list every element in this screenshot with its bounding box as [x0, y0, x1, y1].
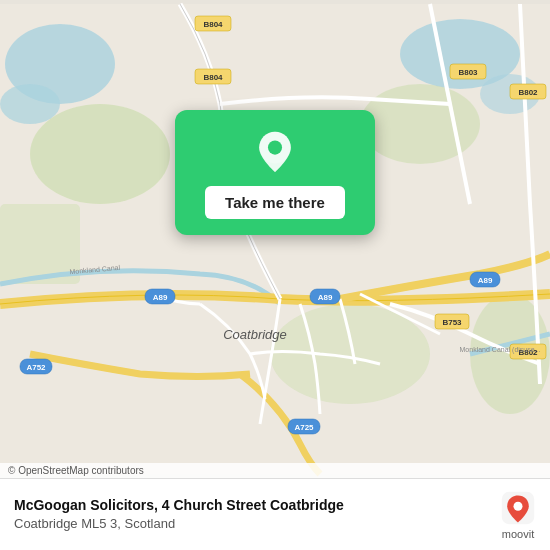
app: B804 B804 B803 B802 A89 A89 A89 B753 — [0, 0, 550, 550]
svg-text:B803: B803 — [458, 68, 478, 77]
svg-text:A752: A752 — [26, 363, 46, 372]
svg-text:B753: B753 — [442, 318, 462, 327]
svg-point-8 — [270, 304, 430, 404]
svg-text:A725: A725 — [294, 423, 314, 432]
svg-point-36 — [268, 141, 282, 155]
svg-text:Monkland Canal (disuse...: Monkland Canal (disuse... — [460, 346, 541, 354]
footer: McGoogan Solicitors, 4 Church Street Coa… — [0, 478, 550, 550]
svg-point-2 — [0, 84, 60, 124]
svg-text:B804: B804 — [203, 20, 223, 29]
location-card: Take me there — [175, 110, 375, 235]
svg-text:B804: B804 — [203, 73, 223, 82]
svg-text:Coatbridge: Coatbridge — [223, 327, 287, 342]
svg-point-6 — [360, 84, 480, 164]
svg-text:A89: A89 — [153, 293, 168, 302]
footer-text: McGoogan Solicitors, 4 Church Street Coa… — [14, 496, 488, 534]
attribution-bar: © OpenStreetMap contributors — [0, 463, 550, 478]
location-name: McGoogan Solicitors, 4 Church Street Coa… — [14, 496, 488, 516]
svg-point-38 — [514, 501, 523, 510]
map-svg: B804 B804 B803 B802 A89 A89 A89 B753 — [0, 0, 550, 478]
location-address: Coatbridge ML5 3, Scotland — [14, 515, 488, 533]
moovit-logo-text: moovit — [502, 528, 534, 540]
take-me-there-button[interactable]: Take me there — [205, 186, 345, 219]
svg-text:A89: A89 — [318, 293, 333, 302]
location-pin-icon — [253, 130, 297, 174]
svg-point-5 — [30, 104, 170, 204]
moovit-logo: moovit — [500, 490, 536, 540]
map-container[interactable]: B804 B804 B803 B802 A89 A89 A89 B753 — [0, 0, 550, 478]
svg-text:A89: A89 — [478, 276, 493, 285]
moovit-logo-icon — [500, 490, 536, 526]
svg-text:B802: B802 — [518, 88, 538, 97]
attribution-text: © OpenStreetMap contributors — [8, 465, 144, 476]
